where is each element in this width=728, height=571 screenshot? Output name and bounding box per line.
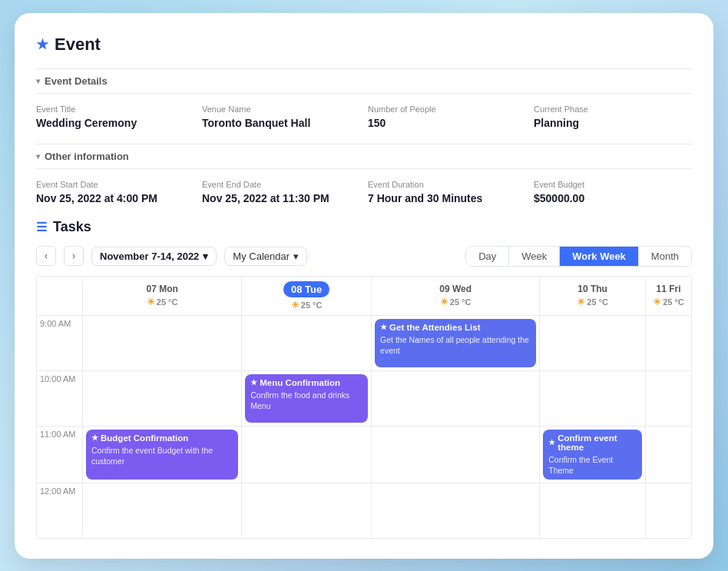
cell-thu-11am[interactable]: ★ Confirm event theme Confirm the Event … (540, 426, 646, 483)
cell-tue-12am (242, 483, 372, 538)
cell-mon-12am (83, 483, 242, 538)
time-label-10am: 10:00 AM (37, 370, 83, 426)
calendar-picker-button[interactable]: My Calendar ▾ (224, 247, 307, 266)
tab-week[interactable]: Week (509, 247, 560, 266)
tab-day[interactable]: Day (466, 247, 509, 266)
start-date-item: Event Start Date Nov 25, 2022 at 4:00 PM (36, 180, 194, 205)
task-menu-confirmation[interactable]: ★ Menu Confirmation Confirm the food and… (245, 374, 368, 423)
calendar-label: My Calendar (233, 251, 290, 262)
duration-value: 7 Hour and 30 Minutes (368, 192, 482, 204)
day-header-fri: 11 Fri ☀ 25 °C (645, 276, 691, 315)
cell-mon-9am (83, 315, 242, 370)
venue-name-label: Venue Name (202, 105, 360, 114)
time-row-11am: 11:00 AM ★ Budget Confirmation Confirm t… (37, 426, 692, 483)
temp-thu: 25 °C (587, 297, 608, 307)
cell-thu-12am (540, 483, 646, 538)
tab-month[interactable]: Month (639, 247, 691, 266)
budget-item: Event Budget $50000.00 (534, 180, 692, 205)
other-info-header: ▾ Other information (36, 144, 692, 169)
num-people-value: 150 (368, 117, 386, 129)
cell-mon-11am[interactable]: ★ Budget Confirmation Confirm the event … (83, 426, 242, 483)
duration-item: Event Duration 7 Hour and 30 Minutes (368, 180, 526, 205)
calendar-toolbar: ‹ › November 7-14, 2022 ▾ My Calendar ▾ … (36, 246, 692, 267)
calendar-table: 07 Mon ☀ 25 °C 08 Tue ☀ 25 °C (36, 276, 692, 539)
cell-fri-11am (645, 426, 691, 483)
chevron-down-icon-4: ▾ (293, 251, 299, 262)
chevron-down-icon: ▾ (36, 77, 40, 85)
tasks-label: Tasks (53, 219, 91, 235)
task-budget-confirmation[interactable]: ★ Budget Confirmation Confirm the event … (86, 430, 238, 480)
page-title-container: ★ Event (36, 35, 692, 55)
duration-label: Event Duration (368, 180, 526, 189)
task-attendees-title: ★ Get the Attendies List (380, 323, 531, 332)
time-row-10am: 10:00 AM ★ Menu Confirmation Confirm the… (37, 370, 692, 426)
temp-wed: 25 °C (450, 297, 472, 307)
chevron-down-icon-3: ▾ (203, 251, 208, 262)
sun-icon-wed: ☀ (440, 297, 448, 307)
next-nav-button[interactable]: › (64, 246, 84, 266)
task-budget-desc: Confirm the event Budget with the custom… (91, 445, 233, 466)
date-range-label: November 7-14, 2022 (100, 251, 199, 262)
task-attendees-desc: Get the Names of all people attending th… (380, 334, 531, 356)
sun-icon-tue: ☀ (291, 300, 299, 310)
event-title-label: Event Title (36, 105, 194, 114)
event-title-item: Event Title Wedding Ceremony (36, 105, 194, 130)
temp-tue: 25 °C (301, 300, 323, 310)
budget-label: Event Budget (534, 180, 692, 189)
prev-nav-button[interactable]: ‹ (36, 246, 56, 266)
list-icon: ☰ (36, 220, 47, 234)
time-header-cell (37, 276, 83, 315)
task-menu-title: ★ Menu Confirmation (250, 378, 362, 387)
chevron-down-icon-2: ▾ (36, 152, 40, 161)
cell-mon-10am (83, 370, 242, 426)
start-date-value: Nov 25, 2022 at 4:00 PM (36, 192, 157, 204)
task-menu-desc: Confirm the food and drinks Menu (250, 390, 362, 411)
task-budget-title: ★ Budget Confirmation (91, 433, 233, 443)
time-label-11am: 11:00 AM (37, 426, 83, 483)
view-tabs: Day Week Work Week Month (465, 246, 692, 267)
end-date-value: Nov 25, 2022 at 11:30 PM (202, 192, 329, 204)
num-people-item: Number of People 150 (368, 105, 526, 130)
sun-icon-thu: ☀ (577, 297, 585, 307)
venue-name-value: Toronto Banquet Hall (202, 117, 310, 129)
main-card: ★ Event ▾ Event Details Event Title Wedd… (15, 13, 713, 559)
cell-wed-10am (372, 370, 540, 426)
day-header-tue: 08 Tue ☀ 25 °C (242, 276, 372, 315)
sun-icon-fri: ☀ (653, 297, 661, 307)
cell-wed-12am (372, 483, 540, 538)
cell-wed-9am[interactable]: ★ Get the Attendies List Get the Names o… (372, 315, 540, 370)
cell-tue-9am (242, 315, 372, 370)
current-phase-value: Planning (534, 117, 579, 129)
budget-value: $50000.00 (534, 192, 584, 204)
task-confirm-theme[interactable]: ★ Confirm event theme Confirm the Event … (543, 430, 642, 480)
task-theme-desc: Confirm the Event Theme (548, 454, 637, 476)
star-icon-task1: ★ (380, 323, 387, 331)
cell-tue-10am[interactable]: ★ Menu Confirmation Confirm the food and… (242, 370, 372, 426)
cell-fri-9am (645, 315, 691, 370)
event-details-header: ▾ Event Details (36, 68, 692, 94)
event-details-label: Event Details (45, 75, 108, 87)
date-range-button[interactable]: November 7-14, 2022 ▾ (91, 247, 217, 266)
tab-workweek[interactable]: Work Week (560, 247, 639, 266)
event-details-grid: Event Title Wedding Ceremony Venue Name … (36, 105, 692, 130)
cell-thu-10am (540, 370, 646, 426)
star-icon-task4: ★ (548, 438, 555, 447)
event-title-value: Wedding Ceremony (36, 117, 137, 129)
cell-wed-11am (372, 426, 540, 483)
start-date-label: Event Start Date (36, 180, 194, 189)
day-header-mon: 07 Mon ☀ 25 °C (83, 276, 242, 315)
temp-mon: 25 °C (157, 297, 178, 307)
task-attendees-list[interactable]: ★ Get the Attendies List Get the Names o… (375, 319, 536, 367)
end-date-label: Event End Date (202, 180, 360, 189)
other-info-label: Other information (45, 151, 129, 162)
day-header-thu: 10 Thu ☀ 25 °C (540, 276, 646, 315)
day-header-wed: 09 Wed ☀ 25 °C (372, 276, 540, 315)
cell-thu-9am (540, 315, 646, 370)
current-phase-item: Current Phase Planning (534, 105, 692, 130)
other-info-grid: Event Start Date Nov 25, 2022 at 4:00 PM… (36, 180, 692, 205)
time-row-12am: 12:00 AM (37, 483, 692, 538)
cell-fri-12am (645, 483, 691, 538)
star-icon: ★ (36, 36, 48, 53)
venue-name-item: Venue Name Toronto Banquet Hall (202, 105, 360, 130)
time-label-12am: 12:00 AM (37, 483, 83, 538)
